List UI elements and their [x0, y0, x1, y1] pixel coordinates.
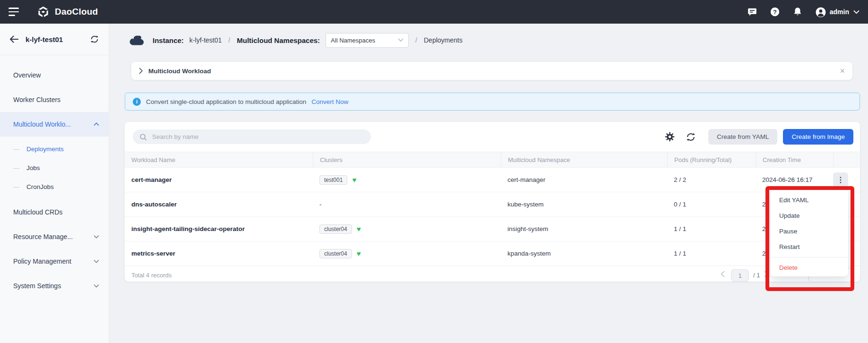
refresh-icon[interactable]	[686, 132, 696, 142]
chevron-up-icon	[94, 122, 99, 126]
brand: DaoCloud	[37, 6, 98, 18]
sidebar-item-cronjobs[interactable]: —CronJobs	[0, 177, 109, 196]
clusters-cell: cluster04 ♥	[313, 241, 501, 266]
app-window: DaoCloud ? admin	[0, 0, 868, 343]
chevron-down-icon	[94, 284, 99, 288]
pods-cell: 2 / 2	[667, 168, 756, 192]
dash-icon: —	[13, 164, 19, 172]
column-header-workload-name[interactable]: Workload Name	[125, 152, 313, 167]
help-icon[interactable]: ?	[770, 7, 780, 17]
menu-item-delete[interactable]: Delete	[771, 260, 848, 275]
actions-cell: ⋮	[833, 168, 860, 192]
creation-time-cell: 2024-06-26 16:17	[756, 168, 833, 192]
sidebar-item-deployments[interactable]: —Deployments	[0, 139, 109, 158]
namespace-cell: insight-system	[501, 217, 667, 241]
user-name: admin	[830, 8, 849, 16]
search-icon	[139, 133, 147, 141]
namespace-cell: kube-system	[501, 192, 667, 216]
dash-icon: —	[13, 183, 19, 190]
notification-bell-icon[interactable]	[792, 7, 803, 17]
pods-cell: 0 / 1	[667, 192, 756, 216]
panel-chevron-right-icon	[139, 68, 143, 74]
chevron-down-icon	[94, 259, 99, 263]
instance-label: Instance:	[153, 36, 184, 44]
column-header-pods[interactable]: Pods (Running/Total)	[667, 152, 756, 167]
sidebar-instance-title: k-lyf-test01	[26, 35, 83, 43]
namespace-select[interactable]: All Namespaces	[326, 33, 409, 48]
breadcrumb-separator: /	[414, 36, 418, 44]
sidebar-item-policy-management[interactable]: Policy Management	[0, 249, 109, 274]
breadcrumb-page: Deployments	[424, 36, 463, 44]
namespace-select-value: All Namespaces	[331, 37, 375, 44]
row-actions-menu: Edit YAML Update Pause Restart Delete	[771, 190, 848, 276]
menu-hamburger-icon[interactable]	[9, 8, 20, 16]
previous-page-icon[interactable]	[720, 271, 725, 277]
brand-name: DaoCloud	[55, 7, 98, 17]
gear-icon[interactable]	[664, 131, 675, 142]
panel-title: Multicloud Workload	[148, 68, 211, 75]
page-total: / 1	[753, 272, 760, 279]
namespace-cell: kpanda-system	[501, 241, 667, 266]
avatar-icon	[815, 7, 825, 17]
total-records: Total 4 records	[131, 272, 172, 279]
sidebar-item-system-settings[interactable]: System Settings	[0, 274, 109, 298]
table-row: metrics-server cluster04 ♥ kpanda-system…	[125, 241, 860, 266]
sidebar-item-worker-clusters[interactable]: Worker Clusters	[0, 87, 109, 112]
breadcrumb-separator: /	[227, 36, 231, 44]
dash-icon: —	[13, 146, 19, 153]
menu-item-update[interactable]: Update	[771, 208, 848, 223]
create-from-yaml-button[interactable]: Create from YAML	[708, 129, 778, 145]
search-input[interactable]	[151, 133, 364, 141]
sidebar-item-jobs[interactable]: —Jobs	[0, 158, 109, 177]
topbar-actions: ? admin	[747, 7, 859, 17]
sidebar-header: k-lyf-test01	[0, 24, 109, 55]
clusters-cell: test001 ♥	[313, 168, 501, 192]
select-chevron-down-icon	[398, 38, 404, 42]
column-header-creation-time[interactable]: Creation Time	[756, 152, 833, 167]
daocloud-logo-icon	[37, 6, 50, 18]
table-actions: Create from YAML Create from Image	[664, 129, 853, 145]
healthy-heart-icon: ♥	[357, 225, 361, 233]
info-icon: i	[133, 98, 141, 106]
chat-icon[interactable]	[747, 7, 757, 17]
sidebar-item-multicloud-workloads[interactable]: Multicloud Worklo...	[0, 112, 109, 137]
convert-banner: i Convert single-cloud application to mu…	[125, 93, 860, 111]
sidebar-item-resource-management[interactable]: Resource Manage...	[0, 224, 109, 249]
column-header-clusters[interactable]: Clusters	[313, 152, 501, 167]
sidebar-item-overview[interactable]: Overview	[0, 63, 109, 87]
topbar: DaoCloud ? admin	[0, 0, 868, 24]
sidebar-item-multicloud-crds[interactable]: Multicloud CRDs	[0, 200, 109, 224]
workload-name[interactable]: cert-manager	[125, 168, 313, 192]
menu-item-restart[interactable]: Restart	[771, 239, 848, 255]
user-menu[interactable]: admin	[815, 7, 859, 17]
multicloud-workload-panel[interactable]: Multicloud Workload ×	[131, 62, 852, 80]
column-header-actions	[833, 152, 860, 167]
switch-instance-icon[interactable]	[90, 34, 99, 44]
workload-name[interactable]: dns-autoscaler	[125, 192, 313, 216]
table-footer: Total 4 records / 1	[125, 266, 860, 284]
workload-name[interactable]: insight-agent-tailing-sidecar-operator	[125, 217, 313, 241]
back-arrow-icon[interactable]	[9, 35, 18, 43]
next-page-icon[interactable]	[764, 271, 769, 277]
clusters-cell: -	[313, 192, 501, 216]
menu-item-pause[interactable]: Pause	[771, 223, 848, 239]
row-actions-kebab-button[interactable]: ⋮	[833, 172, 848, 188]
table-row: cert-manager test001 ♥ cert-manager 2 / …	[125, 168, 860, 192]
sidebar: k-lyf-test01 Overview Worker Clusters Mu…	[0, 24, 109, 343]
table-row: dns-autoscaler - kube-system 0 / 1 20 ⋮	[125, 192, 860, 217]
cluster-tag: cluster04	[319, 249, 352, 258]
breadcrumb: Instance: k-lyf-test01 / Multicloud Name…	[109, 29, 868, 51]
cloud-icon	[128, 34, 145, 46]
close-icon[interactable]: ×	[840, 67, 845, 75]
table-toolbar: Create from YAML Create from Image	[125, 122, 860, 152]
sidebar-nav: Overview Worker Clusters Multicloud Work…	[0, 55, 109, 298]
sidebar-submenu: —Deployments —Jobs —CronJobs	[0, 137, 109, 200]
menu-item-edit-yaml[interactable]: Edit YAML	[771, 192, 848, 208]
create-from-image-button[interactable]: Create from Image	[783, 129, 853, 145]
user-chevron-down-icon	[853, 10, 859, 14]
page-number-input[interactable]	[731, 269, 749, 282]
instance-value[interactable]: k-lyf-test01	[189, 36, 222, 44]
column-header-namespace[interactable]: Multicloud Namespace	[501, 152, 667, 167]
convert-now-link[interactable]: Convert Now	[311, 98, 348, 105]
workload-name[interactable]: metrics-server	[125, 241, 313, 266]
